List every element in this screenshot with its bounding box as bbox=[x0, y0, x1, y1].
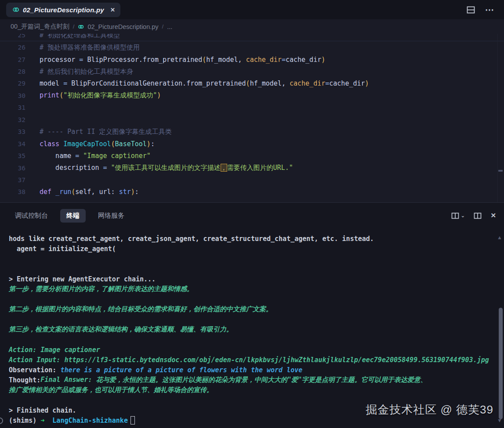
breadcrumb-separator: / bbox=[73, 23, 75, 30]
line-number: 35 bbox=[0, 152, 25, 159]
scroll-down-arrow-icon[interactable]: ▼ bbox=[497, 417, 502, 424]
terminal-line bbox=[9, 334, 497, 345]
breadcrumb-separator: / bbox=[162, 23, 164, 30]
split-editor-icon[interactable] bbox=[467, 6, 475, 14]
line-number: 38 bbox=[0, 188, 25, 195]
panel-tab-inactive[interactable]: 调试控制台 bbox=[9, 209, 54, 223]
terminal-line: hods like create_react_agent, create_jso… bbox=[9, 234, 497, 244]
code-line: 34class ImageCapTool(BaseTool): bbox=[0, 138, 504, 150]
code-line: 26# 预处理器将准备图像供模型使用 bbox=[0, 41, 504, 53]
code-line: 25# 初始化处理器和工具模型 bbox=[0, 34, 504, 41]
scroll-up-arrow-icon[interactable]: ▲ bbox=[497, 234, 502, 241]
chevron-down-icon: ⌄ bbox=[460, 212, 465, 219]
line-number: 32 bbox=[0, 116, 25, 123]
breadcrumb: 00_开篇词_奇点时刻 / 02_PictureDescription.py /… bbox=[0, 19, 504, 34]
code-line: 37 bbox=[0, 174, 504, 186]
terminal-line: Thought:Final Answer: 花与爱，永恒的主题。这张图片以美丽的… bbox=[9, 375, 497, 385]
code-line: 38def _run(self, url: str): bbox=[0, 186, 504, 198]
terminal-line: agent = initialize_agent( bbox=[9, 244, 497, 254]
tab-close-icon[interactable]: ✕ bbox=[110, 7, 115, 13]
line-number: 30 bbox=[0, 92, 25, 99]
editor-tab-bar: 02_PictureDescription.py ✕ ⋯ bbox=[0, 0, 504, 19]
line-number: 25 bbox=[0, 34, 25, 39]
panel-tab-active[interactable]: 终端 bbox=[60, 209, 86, 223]
line-number: 31 bbox=[0, 104, 25, 111]
panel-layout-icon[interactable] bbox=[474, 212, 482, 219]
terminal-line: Action: Image captioner bbox=[9, 345, 497, 355]
editor-tab-active[interactable]: 02_PictureDescription.py ✕ bbox=[6, 3, 120, 17]
line-number: 26 bbox=[0, 44, 25, 51]
line-number: 27 bbox=[0, 56, 25, 63]
line-number: 29 bbox=[0, 80, 25, 87]
terminal-line: Action Input: https://lf3-static.bytedns… bbox=[9, 355, 497, 365]
terminal-line: 第一步，需要分析图片的内容，了解图片所表达的主题和情感。 bbox=[9, 284, 497, 294]
tab-title: 02_PictureDescription.py bbox=[23, 6, 104, 14]
breadcrumb-more[interactable]: ... bbox=[167, 23, 172, 30]
terminal-line bbox=[9, 314, 497, 324]
code-line: 28# 然后我们初始化工具模型本身 bbox=[0, 65, 504, 77]
terminal-line: Observation: there is a picture of a pic… bbox=[9, 365, 497, 375]
line-number: 34 bbox=[0, 140, 25, 147]
panel-tab-inactive[interactable]: 网络服务 bbox=[92, 209, 131, 223]
code-line: 36 description = "使用该工具可以生成图片的文字描述，需要传入图… bbox=[0, 162, 504, 174]
terminal-line bbox=[9, 264, 497, 274]
code-editor[interactable]: 25# 初始化处理器和工具模型26# 预处理器将准备图像供模型使用27proce… bbox=[0, 34, 504, 202]
terminal-line: > Entering new AgentExecutor chain... bbox=[9, 274, 497, 284]
breadcrumb-file[interactable]: 02_PictureDescription.py bbox=[87, 23, 158, 30]
panel-close-icon[interactable]: ✕ bbox=[490, 212, 496, 219]
langchain-file-icon bbox=[78, 24, 84, 30]
code-line: 33# ---- Part II 定义图像字幕生成工具类 bbox=[0, 126, 504, 138]
breadcrumb-folder[interactable]: 00_开篇词_奇点时刻 bbox=[11, 22, 69, 31]
line-number: 28 bbox=[0, 68, 25, 75]
panel-header: 调试控制台终端网络服务 ⌄ ✕ bbox=[0, 203, 504, 228]
terminal-line bbox=[9, 294, 497, 304]
more-actions-icon[interactable]: ⋯ bbox=[485, 7, 494, 12]
overview-ruler-marker bbox=[498, 170, 503, 172]
watermark: 掘金技术社区 @ 德芙39 bbox=[366, 402, 493, 417]
terminal-line: 推广爱情相关的产品或服务，也可以用于情人节、婚礼等场合的宣传。 bbox=[9, 385, 497, 395]
code-line: 27processor = BlipProcessor.from_pretrai… bbox=[0, 54, 504, 65]
split-terminal-icon[interactable]: ⌄ bbox=[451, 212, 465, 219]
line-number: 36 bbox=[0, 165, 25, 172]
code-line: 31 bbox=[0, 102, 504, 114]
terminal-line: 第三步，检查文案的语言表达和逻辑结构，确保文案通顺、易懂、有吸引力。 bbox=[9, 324, 497, 334]
terminal-line bbox=[9, 254, 497, 264]
terminal-line: 第二步，根据图片的内容和特点，结合目标受众的需求和喜好，创作合适的中文推广文案。 bbox=[9, 304, 497, 314]
terminal-scrollbar-thumb[interactable] bbox=[499, 308, 503, 419]
code-line: 32 bbox=[0, 114, 504, 126]
editor-scrollbar[interactable] bbox=[497, 34, 504, 202]
line-number: 33 bbox=[0, 128, 25, 135]
terminal-output[interactable]: hods like create_react_agent, create_jso… bbox=[0, 228, 497, 428]
line-number: 37 bbox=[0, 176, 25, 183]
code-line: 35 name = "Image captioner" bbox=[0, 150, 504, 162]
code-line: 29model = BlipForConditionalGeneration.f… bbox=[0, 78, 504, 90]
code-line: 30print("初始化图像字幕生成模型成功") bbox=[0, 90, 504, 101]
terminal-cursor bbox=[131, 416, 135, 424]
langchain-file-icon bbox=[12, 6, 19, 13]
